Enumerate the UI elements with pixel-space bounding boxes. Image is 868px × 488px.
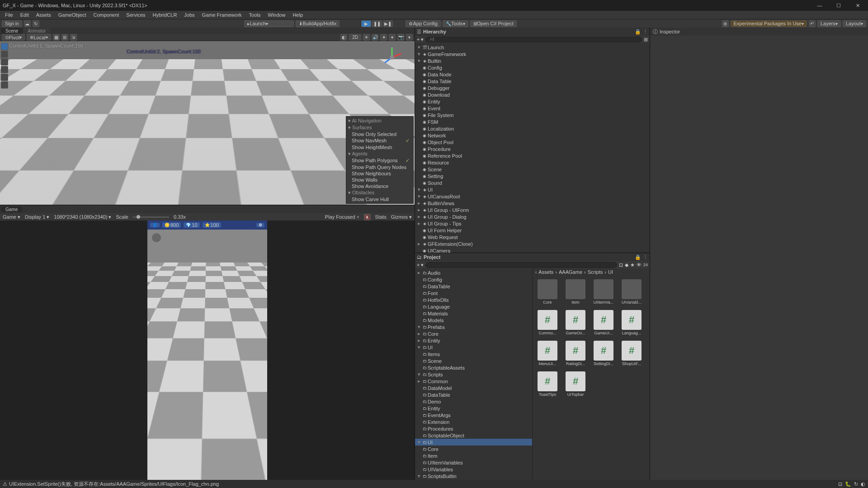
project-folder[interactable]: 🗀Models — [415, 317, 532, 324]
hierarchy-node[interactable]: ◉Setting — [415, 173, 650, 179]
hierarchy-node[interactable]: ◉UICamera — [415, 247, 650, 253]
hidden-icon[interactable]: ▾ — [389, 34, 396, 41]
ai-item[interactable]: Show NavMesh✓ — [348, 137, 411, 144]
hierarchy-node[interactable]: ◉Download — [415, 91, 650, 98]
hierarchy-node[interactable]: ◉File System — [415, 112, 650, 118]
project-folder[interactable]: 🗀DataTable — [415, 391, 532, 398]
hierarchy-node[interactable]: ◉Data Node — [415, 71, 650, 78]
ai-item[interactable]: Show Neighbours — [348, 170, 411, 177]
gizmos-dropdown-icon[interactable]: ▾ — [406, 34, 413, 41]
hierarchy-node[interactable]: ▸◈BuiltinViews — [415, 200, 650, 206]
hierarchy-node[interactable]: ◉Event — [415, 105, 650, 112]
scene-view[interactable]: ControlUnitId:1, SpawnCount:150 ControlU… — [0, 41, 415, 205]
orientation-gizmo-icon[interactable] — [378, 44, 406, 71]
add-icon[interactable]: + ▾ — [417, 37, 424, 42]
refresh-icon[interactable]: ↻ — [33, 20, 39, 27]
asset-item[interactable]: #Languag... — [620, 310, 643, 335]
audio-icon[interactable]: 🔊 — [372, 34, 378, 41]
asset-item[interactable]: #SettingDi... — [592, 341, 615, 366]
project-folder[interactable]: 🗀EventArgs — [415, 412, 532, 418]
undo-history-icon[interactable]: ↶ — [809, 20, 816, 27]
ai-group-obstacles[interactable]: ▾ Obstacles — [348, 189, 411, 196]
game-surface[interactable]: 👤 🪙 800 💎 10 ⭐ 100 ⚙ 点击开始 — [0, 221, 415, 480]
project-folder[interactable]: ▸🗀Common — [415, 378, 532, 385]
resolution-dropdown[interactable]: 1080*2340 (1080x2340) ▾ — [54, 214, 111, 220]
menu-help[interactable]: Help — [289, 12, 306, 18]
layout-dropdown[interactable]: Layout ▾ — [843, 20, 866, 27]
project-folder[interactable]: 🗀Demo — [415, 398, 532, 405]
project-folder[interactable]: 🗀Item — [415, 452, 532, 459]
step-button[interactable]: ▶❚ — [383, 20, 393, 27]
pivot-toggle[interactable]: ⊙ Pivot ▾ — [2, 34, 25, 41]
hierarchy-node[interactable]: ◉Sound — [415, 179, 650, 186]
appconfig-button[interactable]: ⚙ App Config — [406, 20, 440, 27]
project-add-icon[interactable]: + ▾ — [417, 262, 424, 268]
move-tool-icon[interactable] — [1, 51, 8, 58]
hierarchy-node[interactable]: ◉Debugger — [415, 84, 650, 91]
menu-component[interactable]: Component — [90, 12, 122, 18]
game-dropdown[interactable]: Game ▾ — [3, 214, 20, 220]
hierarchy-node[interactable]: ◉Localization — [415, 125, 650, 132]
hierarchy-node[interactable]: ◉Config — [415, 64, 650, 71]
ai-item[interactable]: Show HeightMesh — [348, 144, 411, 150]
ai-item[interactable]: Show Carve Hull — [348, 196, 411, 202]
scale-slider[interactable] — [133, 216, 169, 218]
local-toggle[interactable]: ⊕ Local ▾ — [27, 34, 51, 41]
project-folder[interactable]: ▾🗀ScriptsBuiltin — [415, 473, 532, 479]
project-folder[interactable]: 🗀Font — [415, 290, 532, 296]
project-folder[interactable]: 🗀HotfixDlls — [415, 296, 532, 303]
asset-item[interactable]: #ToastTips — [536, 371, 559, 397]
project-folder[interactable]: ▾🗀Prefabs — [415, 324, 532, 330]
menu-jobs[interactable]: Jobs — [181, 12, 198, 18]
packages-warning[interactable]: Experimental Packages In Use ▾ — [731, 20, 807, 27]
camera-icon[interactable]: 📷 — [397, 34, 404, 41]
scale-tool-icon[interactable] — [1, 66, 8, 73]
view-tool-icon[interactable] — [1, 43, 8, 50]
hierarchy-filter-icon[interactable]: ⊞ — [644, 37, 648, 42]
rect-tool-icon[interactable] — [1, 74, 8, 81]
cloud-icon[interactable]: ☁ — [24, 20, 31, 27]
transform-tool-icon[interactable] — [1, 81, 8, 89]
breadcrumb-segment[interactable]: Assets — [538, 269, 553, 275]
hierarchy-node[interactable]: ◉Entity — [415, 98, 650, 105]
hierarchy-node[interactable]: ◉Web Request — [415, 234, 650, 240]
hierarchy-node[interactable]: ▸◈GFExtension(Clone) — [415, 240, 650, 247]
ai-group-agents[interactable]: ▾ Agents — [348, 150, 411, 157]
tab-game[interactable]: Game — [1, 206, 22, 212]
ai-item[interactable]: Show Avoidance — [348, 183, 411, 189]
breadcrumb-segment[interactable]: UI — [608, 269, 613, 275]
ai-item[interactable]: Show Path Query Nodes — [348, 164, 411, 170]
project-folder[interactable]: ▾🗀Scripts — [415, 371, 532, 378]
gear-icon[interactable]: ⚙ — [256, 223, 264, 227]
menu-services[interactable]: Services — [123, 12, 148, 18]
asset-item[interactable]: #ShopUIF... — [620, 341, 643, 366]
project-menu-icon[interactable]: ⋮ — [643, 254, 648, 260]
project-folder[interactable]: 🗀Config — [415, 276, 532, 283]
play-button[interactable]: ▶ — [361, 20, 371, 27]
project-folder[interactable]: ▸🗀Entity — [415, 337, 532, 344]
menu-file[interactable]: File — [2, 12, 16, 18]
hierarchy-node[interactable]: ▸◈UI Group - Dialog — [415, 213, 650, 220]
project-folder[interactable]: 🗀Core — [415, 446, 532, 452]
asset-item[interactable]: UIVariabl... — [620, 279, 643, 305]
project-folder[interactable]: 🗀UIVariables — [415, 466, 532, 473]
pause-button[interactable]: ❚❚ — [372, 20, 382, 27]
ai-nav-title[interactable]: ▾ AI Navigation — [348, 117, 411, 124]
project-search[interactable] — [425, 262, 617, 268]
hierarchy-node[interactable]: ◉Reference Pool — [415, 152, 650, 159]
project-folder[interactable]: 🗀Entity — [415, 405, 532, 412]
hierarchy-node[interactable]: ◉Object Pool — [415, 139, 650, 145]
menu-gameobject[interactable]: GameObject — [55, 12, 90, 18]
maximize-icon[interactable]: ☐ — [831, 3, 846, 9]
hierarchy-node[interactable]: ▾◈GameFramework — [415, 51, 650, 57]
hierarchy-node[interactable]: ◉Resource — [415, 159, 650, 166]
asset-item[interactable]: #GameUI... — [592, 310, 615, 335]
asset-item[interactable]: #GameOv... — [564, 310, 587, 335]
grid-icon[interactable]: ▦ — [53, 34, 60, 41]
launch-dropdown[interactable]: ▸ Launch ▾ — [244, 20, 294, 27]
project-folder[interactable]: 🗀ScriptableAssets — [415, 364, 532, 371]
ai-item[interactable]: Show Walls — [348, 177, 411, 183]
project-folder[interactable]: 🗀DataTable — [415, 283, 532, 290]
hierarchy-node[interactable]: ◉Scene — [415, 166, 650, 173]
hidden-packages-icon[interactable]: 👁 — [637, 262, 642, 267]
